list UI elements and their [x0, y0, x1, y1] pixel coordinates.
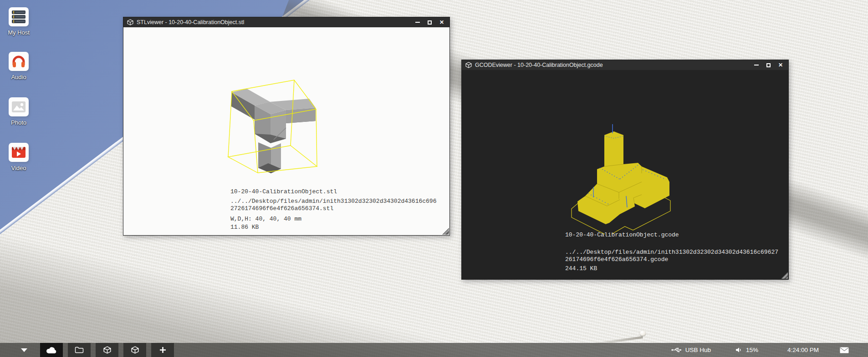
- window-title: STLviewer - 10-20-40-CalibrationObject.s…: [137, 19, 411, 25]
- cube-icon: [103, 346, 111, 354]
- mail-icon[interactable]: [840, 347, 849, 353]
- volume-level: 15%: [746, 347, 758, 353]
- taskbar-buttons: [40, 343, 174, 357]
- plus-icon: [159, 347, 166, 353]
- system-tray: USB Hub 15% 4:24:00 PM: [671, 343, 868, 357]
- stl-filename: 10-20-40-CalibrationObject.stl: [230, 188, 436, 196]
- speaker-icon: [735, 347, 742, 353]
- taskbar: USB Hub 15% 4:24:00 PM: [0, 343, 868, 357]
- gcode-titlebar[interactable]: GCODEviewer - 10-20-40-CalibrationObject…: [462, 60, 788, 70]
- gcode-filename: 10-20-40-CalibrationObject.gcode: [565, 231, 778, 239]
- desktop-icon-audio[interactable]: Audio: [0, 52, 37, 80]
- stl-viewport[interactable]: 10-20-40-CalibrationObject.stl ../../Des…: [123, 27, 449, 235]
- usb-tray-item[interactable]: USB Hub: [671, 347, 711, 353]
- stl-dimensions: W,D,H: 40, 40, 40 mm: [230, 216, 436, 223]
- server-icon: [9, 7, 29, 26]
- desktop-icon-photo[interactable]: Photo: [0, 97, 37, 126]
- window-title: GCODEviewer - 10-20-40-CalibrationObject…: [475, 62, 750, 68]
- clock[interactable]: 4:24:00 PM: [787, 347, 819, 353]
- close-button[interactable]: ✕: [778, 62, 783, 68]
- gcode-3d-model: [565, 124, 684, 234]
- taskbar-button-cloud[interactable]: [40, 343, 63, 357]
- video-icon: [9, 143, 29, 162]
- taskbar-button-add[interactable]: [151, 343, 174, 357]
- resize-grip[interactable]: [442, 228, 449, 235]
- resize-grip[interactable]: [781, 272, 788, 279]
- folder-icon: [75, 347, 84, 353]
- desktop-icon-label: Video: [0, 165, 37, 171]
- chevron-down-icon[interactable]: [20, 348, 28, 352]
- maximize-button[interactable]: [766, 63, 771, 67]
- stl-viewer-window: STLviewer - 10-20-40-CalibrationObject.s…: [123, 17, 450, 236]
- desktop-icon-my-host[interactable]: My Host: [0, 7, 37, 36]
- close-button[interactable]: ✕: [439, 20, 444, 25]
- cube-icon: [127, 19, 133, 25]
- stl-file-info: 10-20-40-CalibrationObject.stl ../../Des…: [230, 188, 436, 231]
- maximize-button[interactable]: [428, 20, 432, 25]
- desktop-icon-label: My Host: [0, 29, 37, 36]
- usb-label: USB Hub: [685, 347, 711, 353]
- taskbar-button-files[interactable]: [68, 343, 91, 357]
- gcode-path-line-2: 26174696f6e4f626a656374.gcode: [565, 256, 778, 263]
- stl-path-line-1: ../../Desktop/files/admin/inith31302d323…: [230, 198, 436, 205]
- gcode-filesize: 244.15 KB: [565, 265, 778, 272]
- taskbar-button-stl-viewer[interactable]: [96, 343, 118, 357]
- cube-icon: [465, 62, 472, 68]
- headphones-icon: [9, 52, 29, 71]
- cloud-icon: [46, 347, 57, 354]
- gcode-viewport[interactable]: 10-20-40-CalibrationObject.gcode ../../D…: [462, 70, 788, 279]
- photo-icon: [9, 97, 29, 116]
- stl-titlebar[interactable]: STLviewer - 10-20-40-CalibrationObject.s…: [123, 17, 449, 27]
- desktop-icon-label: Audio: [0, 74, 37, 80]
- gcode-path-line-1: ../../Desktop/files/admin/inith31302d323…: [565, 249, 778, 256]
- gcode-viewer-window: GCODEviewer - 10-20-40-CalibrationObject…: [461, 60, 789, 280]
- stl-path-line-2: 2726174696f6e4f626a656374.stl: [230, 205, 436, 212]
- volume-tray-item[interactable]: 15%: [735, 347, 758, 353]
- gcode-file-info: 10-20-40-CalibrationObject.gcode ../../D…: [565, 231, 778, 272]
- desktop-icon-video[interactable]: Video: [0, 143, 37, 171]
- minimize-button[interactable]: [415, 22, 420, 23]
- desktop-icon-label: Photo: [0, 119, 37, 126]
- usb-icon: [671, 347, 682, 353]
- taskbar-button-gcode-viewer[interactable]: [123, 343, 146, 357]
- minimize-button[interactable]: [754, 65, 759, 65]
- cube-icon: [131, 346, 139, 354]
- wall-peg: [640, 331, 646, 336]
- stl-filesize: 11.86 KB: [230, 224, 436, 231]
- stl-3d-model: [219, 74, 328, 183]
